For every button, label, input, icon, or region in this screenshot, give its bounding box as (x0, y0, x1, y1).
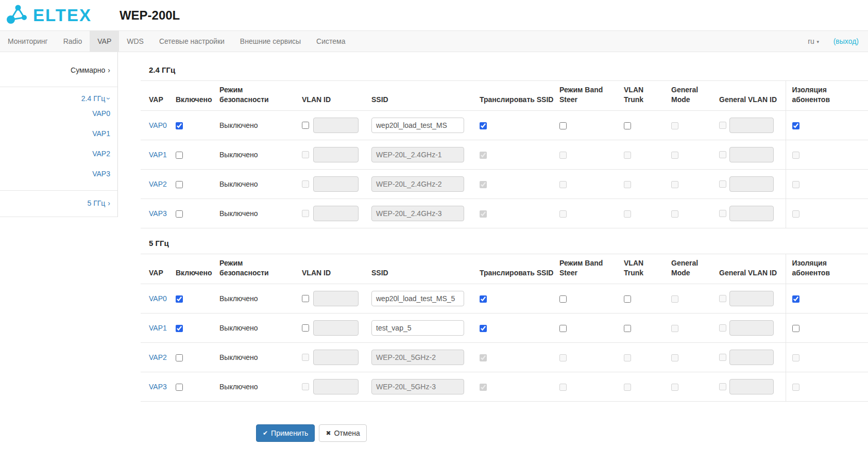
enabled-checkbox[interactable] (176, 354, 183, 361)
apply-button-label: Применить (271, 429, 308, 437)
column-header: General Mode (671, 81, 719, 111)
ssid-input[interactable] (371, 118, 464, 133)
sidebar-item-2-4-vap1[interactable]: VAP1 (0, 124, 110, 144)
band-steer-checkbox[interactable] (559, 295, 567, 303)
vap-link[interactable]: VAP1 (149, 324, 167, 332)
general-vlan-checkbox (719, 383, 726, 390)
nav-tab-system[interactable]: Система (309, 31, 353, 52)
vlan-trunk-checkbox[interactable] (624, 122, 631, 129)
vap-row-vap0: VAP0 Выключено (141, 111, 868, 140)
cancel-button[interactable]: ✖ Отмена (319, 424, 366, 442)
security-mode-label: Выключено (219, 209, 258, 218)
sidebar-item-2-4-vap3[interactable]: VAP3 (0, 164, 110, 184)
security-mode-label: Выключено (219, 324, 258, 332)
general-vlan-checkbox (719, 295, 726, 302)
apply-button[interactable]: ✔ Применить (256, 424, 315, 442)
ssid-input[interactable] (371, 320, 464, 336)
enabled-checkbox[interactable] (176, 210, 183, 218)
band-steer-checkbox (559, 384, 567, 391)
vap-link[interactable]: VAP2 (149, 180, 167, 188)
sidebar: Суммарно›2.4 ГГц›VAP0VAP1VAP2VAP35 ГГц› (0, 52, 118, 217)
security-mode-label: Выключено (219, 353, 258, 361)
general-mode-checkbox (671, 181, 678, 188)
vap-table: VAPВключеноРежим безопасностиVLAN IDSSID… (141, 81, 868, 228)
sidebar-item-label: 5 ГГц (87, 199, 105, 207)
general-vlan-input (729, 147, 774, 162)
nav-tab-monitoring[interactable]: Мониторинг (0, 31, 56, 52)
sidebar-item-label: VAP2 (92, 150, 110, 158)
column-header: Включено (176, 254, 219, 284)
enabled-checkbox[interactable] (176, 325, 183, 332)
nav-right: ru▼ (выход) (808, 31, 868, 52)
logout-link[interactable]: (выход) (833, 37, 859, 45)
enabled-checkbox[interactable] (176, 122, 183, 129)
ssid-input[interactable] (371, 291, 464, 306)
vlan-trunk-checkbox (624, 354, 631, 361)
sidebar-group-band-2-4: 2.4 ГГц›VAP0VAP1VAP2VAP3 (0, 87, 118, 191)
general-vlan-input (729, 118, 774, 133)
vlan-id-checkbox[interactable] (302, 122, 309, 129)
isolation-checkbox[interactable] (792, 122, 799, 129)
main-content: 2.4 ГГц VAPВключеноРежим безопасностиVLA… (118, 52, 868, 462)
enabled-checkbox[interactable] (176, 384, 183, 391)
vlan-trunk-checkbox (624, 181, 631, 188)
vap-link[interactable]: VAP2 (149, 353, 167, 361)
device-title: WEP-200L (120, 8, 180, 23)
band-steer-checkbox (559, 181, 567, 188)
sidebar-item-band-5[interactable]: 5 ГГц› (0, 198, 110, 208)
vlan-trunk-checkbox[interactable] (624, 295, 631, 303)
chevron-down-icon: › (104, 97, 114, 100)
band-title: 2.4 ГГц (141, 65, 868, 81)
language-dropdown[interactable]: ru▼ (808, 37, 820, 45)
general-vlan-checkbox (719, 210, 726, 217)
vlan-id-checkbox[interactable] (302, 295, 309, 302)
check-icon: ✔ (263, 430, 268, 436)
broadcast-ssid-checkbox (480, 384, 487, 391)
nav-tab-vap[interactable]: VAP (90, 31, 119, 52)
band-section: 5 ГГц VAPВключеноРежим безопасностиVLAN … (141, 239, 868, 402)
nav-tab-network-settings[interactable]: Сетевые настройки (151, 31, 232, 52)
enabled-checkbox[interactable] (176, 295, 183, 303)
vap-link[interactable]: VAP3 (149, 383, 167, 391)
column-header: Транслировать SSID (480, 254, 559, 284)
sidebar-item-2-4-vap0[interactable]: VAP0 (0, 104, 110, 124)
ssid-input (371, 176, 464, 192)
sidebar-item-label: Суммарно (71, 66, 105, 74)
table-header-row: VAPВключеноРежим безопасностиVLAN IDSSID… (141, 81, 868, 111)
isolation-checkbox[interactable] (792, 295, 799, 303)
broadcast-ssid-checkbox (480, 210, 487, 218)
sidebar-item-summary[interactable]: Суммарно› (0, 65, 110, 75)
sidebar-item-band-2-4[interactable]: 2.4 ГГц› (0, 93, 110, 104)
broadcast-ssid-checkbox (480, 181, 487, 188)
broadcast-ssid-checkbox[interactable] (480, 325, 487, 332)
isolation-checkbox[interactable] (792, 325, 799, 332)
vlan-trunk-checkbox[interactable] (624, 325, 631, 332)
broadcast-ssid-checkbox[interactable] (480, 122, 487, 129)
broadcast-ssid-checkbox[interactable] (480, 295, 487, 303)
nav-tab-wds[interactable]: WDS (119, 31, 151, 52)
band-steer-checkbox[interactable] (559, 325, 567, 332)
vap-link[interactable]: VAP3 (149, 209, 167, 218)
band-steer-checkbox[interactable] (559, 122, 567, 129)
vap-link[interactable]: VAP1 (149, 151, 167, 159)
x-icon: ✖ (326, 430, 331, 436)
chevron-right-icon: › (108, 65, 110, 75)
vap-link[interactable]: VAP0 (149, 121, 167, 129)
broadcast-ssid-checkbox (480, 152, 487, 159)
sidebar-item-2-4-vap2[interactable]: VAP2 (0, 144, 110, 164)
ssid-input (371, 147, 464, 162)
column-header: Режим Band Steer (559, 81, 624, 111)
nav-tab-external-services[interactable]: Внешние сервисы (232, 31, 309, 52)
eltex-logo[interactable]: ELTEX (5, 3, 92, 27)
column-header: SSID (371, 254, 480, 284)
enabled-checkbox[interactable] (176, 152, 183, 159)
vlan-id-checkbox[interactable] (302, 324, 309, 332)
vlan-trunk-checkbox (624, 384, 631, 391)
sidebar-item-label: VAP3 (92, 170, 110, 178)
vap-link[interactable]: VAP0 (149, 294, 167, 303)
vap-row-vap1: VAP1 Выключено (141, 314, 868, 343)
vlan-id-input (313, 206, 359, 221)
enabled-checkbox[interactable] (176, 181, 183, 188)
band-section: 2.4 ГГц VAPВключеноРежим безопасностиVLA… (141, 65, 868, 228)
nav-tab-radio[interactable]: Radio (56, 31, 90, 52)
